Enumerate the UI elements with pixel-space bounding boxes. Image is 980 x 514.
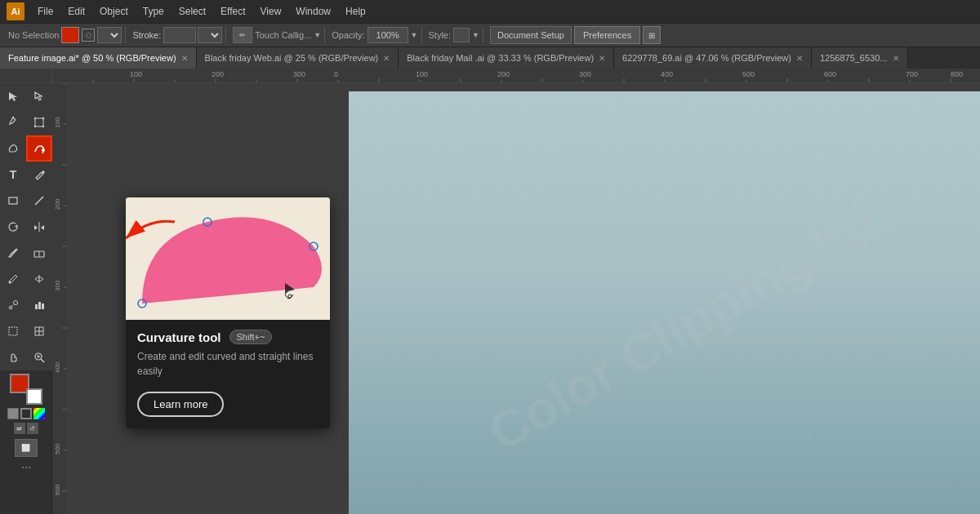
- tab-close-2[interactable]: ✕: [599, 54, 605, 63]
- fill-color-box[interactable]: [61, 27, 79, 43]
- tab-close-1[interactable]: ✕: [383, 54, 390, 63]
- svg-point-3: [42, 117, 44, 119]
- svg-text:100: 100: [416, 70, 428, 78]
- opacity-input[interactable]: [368, 27, 408, 43]
- doc-setup-section: Document Setup Preferences ⊞: [487, 26, 664, 44]
- paintbrush-tool[interactable]: [0, 240, 26, 266]
- blend-tool[interactable]: [0, 292, 26, 318]
- free-transform-tool[interactable]: [26, 109, 52, 135]
- eraser-tool[interactable]: [26, 240, 52, 266]
- view-mode-section: ⬜: [15, 439, 38, 457]
- tooltip-popup: Curvature tool Shift+~ Create and edit c…: [126, 197, 330, 428]
- stroke-width-input[interactable]: [163, 27, 196, 43]
- main-toolbar: No Selection ⬡ Stroke: ✏ Touch Callig...…: [0, 23, 980, 47]
- stroke-indicator: ⬡: [82, 29, 95, 42]
- ruler-left-svg: 100 200 300 400 500 600: [52, 83, 67, 514]
- hand-tool[interactable]: [0, 344, 26, 370]
- svg-point-87: [288, 295, 292, 298]
- direct-selection-tool[interactable]: [26, 83, 52, 109]
- reflect-tool[interactable]: [26, 214, 52, 240]
- type-tool[interactable]: T: [0, 162, 26, 188]
- menu-help[interactable]: Help: [339, 2, 372, 20]
- tooltip-preview: [126, 197, 330, 320]
- tab-close-4[interactable]: ✕: [893, 54, 899, 63]
- zoom-tool[interactable]: [26, 344, 52, 370]
- artboard-tool[interactable]: [0, 318, 26, 344]
- tools-bottom: ⇄ ↺ ⬜ ⋯: [0, 370, 51, 476]
- svg-text:200: 200: [212, 70, 224, 78]
- eyedropper-tool[interactable]: [0, 266, 26, 292]
- stroke-section: Stroke:: [129, 27, 226, 43]
- tab-0[interactable]: Feature image.ai* @ 50 % (RGB/Preview) ✕: [0, 47, 197, 69]
- learn-more-button[interactable]: Learn more: [137, 392, 224, 417]
- svg-text:500: 500: [54, 443, 61, 454]
- svg-text:400: 400: [54, 361, 61, 373]
- svg-point-12: [9, 281, 11, 284]
- svg-text:300: 300: [293, 70, 305, 78]
- app-logo: Ai: [7, 2, 24, 20]
- rectangle-tool[interactable]: [0, 188, 26, 214]
- menu-object[interactable]: Object: [93, 2, 135, 20]
- menu-type[interactable]: Type: [136, 2, 171, 20]
- menu-view[interactable]: View: [254, 2, 288, 20]
- gradient-btn[interactable]: [33, 408, 45, 419]
- stroke-unit-select[interactable]: [198, 27, 222, 43]
- preferences-button[interactable]: Preferences: [574, 26, 640, 44]
- tools-grid: T: [0, 83, 52, 370]
- tab-close-3[interactable]: ✕: [796, 54, 803, 63]
- tab-4[interactable]: 1256875_6530... ✕: [812, 47, 908, 69]
- menu-effect[interactable]: Effect: [214, 2, 252, 20]
- pen-tool[interactable]: [0, 109, 26, 135]
- screen-mode-icon[interactable]: ⬜: [15, 439, 38, 457]
- svg-text:200: 200: [54, 198, 61, 210]
- more-tools[interactable]: ⋯: [21, 462, 31, 473]
- svg-rect-20: [9, 327, 17, 335]
- swap-colors-icon[interactable]: ⇄: [14, 423, 25, 434]
- selection-section: No Selection ⬡: [5, 27, 126, 43]
- style-section: Style: ▼: [425, 28, 483, 42]
- menu-file[interactable]: File: [31, 2, 60, 20]
- canvas: Color Clipping ltd.: [67, 83, 980, 514]
- tab-2[interactable]: Black friday Mail .ai @ 33.33 % (RGB/Pre…: [399, 47, 614, 69]
- arrange-icon[interactable]: ⊞: [643, 26, 661, 44]
- svg-rect-17: [35, 304, 38, 309]
- menu-window[interactable]: Window: [289, 2, 337, 20]
- slice-tool[interactable]: [26, 318, 52, 344]
- bar-chart-tool[interactable]: [26, 292, 52, 318]
- svg-text:400: 400: [661, 70, 673, 78]
- blob-brush-tool[interactable]: [0, 135, 26, 162]
- svg-point-2: [34, 117, 36, 119]
- svg-line-25: [41, 359, 44, 362]
- document-setup-button[interactable]: Document Setup: [490, 26, 572, 44]
- no-color-btn[interactable]: [20, 408, 32, 419]
- menu-edit[interactable]: Edit: [61, 2, 91, 20]
- tab-close-0[interactable]: ✕: [181, 54, 188, 63]
- menu-select[interactable]: Select: [172, 2, 212, 20]
- svg-line-8: [35, 197, 43, 205]
- stroke-select[interactable]: [97, 27, 122, 43]
- rotate-tool[interactable]: [0, 214, 26, 240]
- svg-text:600: 600: [54, 484, 61, 495]
- svg-text:100: 100: [130, 70, 142, 78]
- selection-tool[interactable]: [0, 83, 26, 109]
- svg-text:100: 100: [54, 117, 61, 128]
- watermark: Color Clipping ltd.: [349, 91, 980, 514]
- color-mode-btn[interactable]: [7, 408, 19, 419]
- selection-label: No Selection: [8, 30, 59, 40]
- mesh-tool[interactable]: [26, 266, 52, 292]
- tab-3[interactable]: 6229778_69.ai @ 47.06 % (RGB/Preview) ✕: [614, 47, 812, 69]
- svg-text:600: 600: [824, 70, 836, 78]
- tooltip-title-row: Curvature tool Shift+~: [126, 320, 330, 349]
- reset-colors-icon[interactable]: ↺: [27, 423, 38, 434]
- line-segment-tool[interactable]: [26, 188, 52, 214]
- tooltip-shortcut: Shift+~: [229, 330, 273, 344]
- tab-1[interactable]: Black friday Web.ai @ 25 % (RGB/Preview)…: [197, 47, 399, 69]
- background-color[interactable]: [26, 388, 42, 405]
- curvature-tool[interactable]: [26, 135, 52, 162]
- swap-icons: ⇄ ↺: [14, 423, 38, 434]
- svg-rect-19: [42, 304, 44, 309]
- artboard: Color Clipping ltd.: [349, 91, 980, 514]
- document-tabs: Feature image.ai* @ 50 % (RGB/Preview) ✕…: [0, 47, 980, 69]
- pencil-tool[interactable]: [26, 162, 52, 188]
- svg-text:500: 500: [742, 70, 755, 78]
